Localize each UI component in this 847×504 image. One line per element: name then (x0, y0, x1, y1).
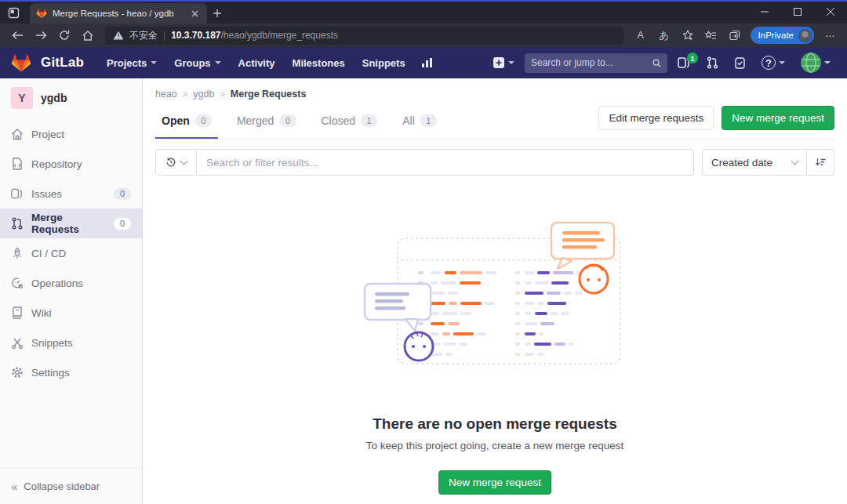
favorites-list-icon (705, 31, 717, 41)
new-tab-button[interactable] (207, 3, 227, 24)
gitlab-nav-links: Projects Groups Activity Milestones Snip… (100, 53, 439, 74)
sort-controls: Created date (702, 149, 834, 176)
rocket-icon (11, 247, 24, 259)
sidebar-item-merge-requests[interactable]: Merge Requests 0 (0, 208, 142, 238)
help-icon: ? (762, 56, 776, 70)
inprivate-badge[interactable]: InPrivate (751, 27, 814, 44)
browser-menu-button[interactable]: ⋯ (819, 26, 841, 45)
tab-merged[interactable]: Merged0 (231, 103, 303, 139)
sort-direction-button[interactable] (807, 149, 834, 176)
refresh-button[interactable] (53, 26, 75, 45)
tab-title: Merge Requests - heao / ygdb (53, 9, 183, 18)
chevron-down-icon (215, 61, 221, 64)
sidebar-item-wiki[interactable]: Wiki (0, 298, 142, 328)
nav-snippets[interactable]: Snippets (355, 53, 413, 74)
sidebar-item-settings[interactable]: Settings (0, 357, 142, 387)
scissors-icon (11, 337, 24, 349)
sidebar-item-ci-cd[interactable]: CI / CD (0, 238, 142, 268)
global-search-input[interactable] (531, 57, 653, 68)
maximize-button[interactable] (781, 2, 814, 22)
tab-actions-menu-button[interactable] (0, 2, 27, 24)
minimize-button[interactable] (748, 2, 781, 22)
chevron-down-icon (791, 158, 799, 165)
empty-state-illustration (362, 221, 628, 375)
sidebar-item-snippets[interactable]: Snippets (0, 328, 142, 357)
sidebar-item-project[interactable]: Project (0, 119, 142, 149)
add-favorite-button[interactable] (677, 26, 699, 45)
not-secure-warning-icon (113, 31, 124, 40)
filter-search-input[interactable] (197, 157, 693, 169)
filtered-search-box (155, 149, 694, 176)
forward-button[interactable] (30, 26, 52, 45)
url-bar[interactable]: 不安全 | 10.3.70.187/heao/ygdb/merge_reques… (105, 27, 623, 45)
sort-by-dropdown[interactable]: Created date (702, 149, 807, 176)
nav-groups[interactable]: Groups (167, 53, 227, 74)
app-body: Y ygdb Project Repository Issues 0 Merge… (0, 78, 847, 504)
new-merge-request-button-empty-state[interactable]: New merge request (438, 470, 551, 495)
close-window-button[interactable] (814, 2, 847, 22)
sidebar-item-repository[interactable]: Repository (0, 149, 142, 179)
gitlab-logo[interactable] (11, 53, 31, 73)
mr-state-tabs: Open0 Merged0 Closed1 All1 (155, 103, 456, 139)
merge-requests-button[interactable] (701, 53, 724, 73)
breadcrumb-separator: > (220, 89, 224, 99)
tab-all[interactable]: All1 (396, 103, 443, 139)
gear-icon (11, 366, 24, 379)
not-secure-label: 不安全 (129, 29, 158, 42)
browser-tab[interactable]: Merge Requests - heao / ygdb (30, 3, 207, 24)
translate-button[interactable]: あ (653, 26, 675, 45)
collections-button[interactable] (724, 26, 746, 45)
issues-count-badge: 1 (687, 53, 698, 63)
tab-open[interactable]: Open0 (155, 103, 218, 139)
sidebar-item-issues[interactable]: Issues 0 (0, 179, 142, 208)
browser-titlebar: Merge Requests - heao / ygdb (0, 2, 847, 24)
read-aloud-button[interactable]: A (630, 26, 652, 45)
favorites-bar-button[interactable] (700, 26, 722, 45)
main-content: heao > ygdb > Merge Requests Open0 Merge… (143, 78, 847, 504)
todos-button[interactable] (729, 53, 751, 73)
new-merge-request-button[interactable]: New merge request (722, 106, 834, 130)
recent-searches-button[interactable] (156, 150, 197, 175)
project-sidebar: Y ygdb Project Repository Issues 0 Merge… (0, 78, 143, 504)
nav-activity[interactable]: Activity (231, 53, 282, 74)
plus-icon (213, 9, 222, 18)
global-search[interactable] (525, 53, 667, 73)
profile-avatar (798, 29, 812, 42)
chevron-down-icon (824, 61, 831, 64)
history-icon (165, 157, 176, 168)
breadcrumb-group[interactable]: heao (155, 89, 177, 100)
back-button[interactable] (6, 26, 28, 45)
nav-projects[interactable]: Projects (100, 53, 164, 74)
issues-button[interactable]: 1 (672, 53, 696, 73)
mr-header-row: Open0 Merged0 Closed1 All1 Edit merge re… (155, 103, 834, 140)
merge-requests-count-badge: 0 (114, 218, 131, 230)
gitlab-favicon (36, 8, 47, 19)
new-menu-button[interactable] (487, 53, 520, 73)
home-button[interactable] (77, 26, 99, 45)
gitlab-brand[interactable]: GitLab (41, 55, 84, 71)
tab-close-button[interactable] (188, 7, 201, 20)
help-menu-button[interactable]: ? (756, 52, 791, 74)
sort-descending-icon (815, 158, 826, 167)
empty-state-subtitle: To keep this project going, create a new… (366, 440, 624, 451)
charts-button[interactable] (416, 53, 439, 72)
header-actions: Edit merge requests New merge request (598, 106, 834, 136)
filter-row: Created date (155, 149, 834, 176)
operations-icon (11, 277, 24, 289)
collapse-sidebar-button[interactable]: « Collapse sidebar (0, 468, 142, 504)
nav-milestones[interactable]: Milestones (285, 53, 352, 74)
merge-request-icon (11, 217, 24, 230)
chevron-down-icon (151, 61, 157, 64)
maximize-icon (794, 8, 802, 16)
issues-icon (11, 187, 24, 200)
gitlab-navbar-right: 1 ? (487, 49, 836, 77)
user-menu-button[interactable] (795, 49, 836, 77)
edit-merge-requests-button[interactable]: Edit merge requests (598, 106, 714, 130)
project-context-header[interactable]: Y ygdb (0, 78, 142, 119)
book-icon (11, 306, 24, 319)
tab-closed[interactable]: Closed1 (315, 103, 384, 139)
back-icon (12, 31, 24, 40)
chevron-down-icon (180, 158, 188, 165)
breadcrumb-project[interactable]: ygdb (193, 89, 214, 100)
sidebar-item-operations[interactable]: Operations (0, 268, 142, 298)
